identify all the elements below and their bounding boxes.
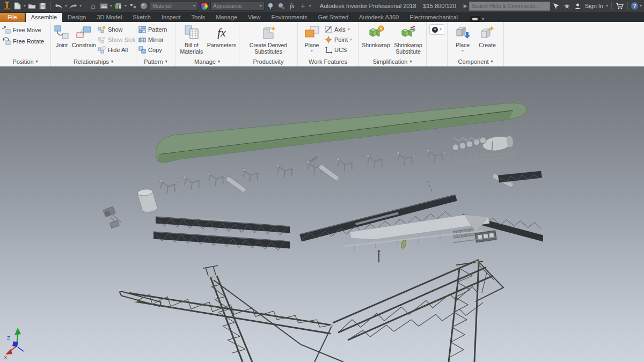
place-button[interactable]: Place ▾ <box>451 23 474 54</box>
constrain-button[interactable]: Constrain <box>71 23 97 49</box>
ucs-button[interactable]: UCS <box>325 45 352 54</box>
plane-caret[interactable]: ▾ <box>311 49 313 53</box>
tab-design[interactable]: Design <box>62 13 91 22</box>
material-sphere-icon[interactable] <box>139 2 148 10</box>
group-label-work-features[interactable]: Work Features <box>300 57 356 66</box>
place-caret[interactable]: ▾ <box>462 49 464 53</box>
redo-icon[interactable] <box>69 2 78 10</box>
view-face-caret[interactable]: ▾ <box>110 4 112 8</box>
tab-electromechanical[interactable]: Electromechanical <box>404 13 463 22</box>
parameters-icon: fx <box>217 24 226 41</box>
search-overflow-caret[interactable]: ▶ <box>464 4 467 9</box>
pattern-button[interactable]: Pattern <box>138 25 167 34</box>
tab-manage[interactable]: Manage <box>210 13 243 22</box>
group-label-relationships[interactable]: Relationships ▾ <box>53 57 134 66</box>
show-button[interactable]: Show <box>98 25 135 34</box>
point-caret[interactable]: ▾ <box>350 38 352 42</box>
color-wheel-icon[interactable] <box>200 2 209 10</box>
material-dropdown[interactable]: Material ▾ <box>150 2 198 11</box>
tab-view[interactable]: View <box>243 13 266 22</box>
tab-get-started[interactable]: Get Started <box>313 13 354 22</box>
bill-of-materials-button[interactable]: Bill of Materials <box>178 23 206 56</box>
inventor-logo[interactable] <box>2 2 11 10</box>
truss-beam-left-lower[interactable] <box>153 231 290 250</box>
blade-part[interactable] <box>156 103 526 162</box>
constrain-label: Constrain <box>72 42 96 48</box>
add-qat-icon[interactable]: + <box>298 2 308 10</box>
create-derived-substitutes-button[interactable]: Create Derived Substitutes <box>243 23 294 56</box>
plane-button[interactable]: Plane ▾ <box>300 23 324 54</box>
search-go-icon[interactable] <box>552 2 561 10</box>
hide-all-button[interactable]: Hide All <box>98 45 135 54</box>
clear-appearance-icon[interactable] <box>277 2 286 10</box>
axis-caret[interactable]: ▾ <box>348 27 350 32</box>
axis-button[interactable]: Axis ▾ <box>325 25 352 34</box>
tab-tools[interactable]: Tools <box>186 13 210 22</box>
update-caret[interactable]: ▾ <box>125 4 127 8</box>
ribbon-display-options[interactable]: ▾ <box>466 16 487 22</box>
tab-file[interactable]: File <box>0 13 25 22</box>
bracket-parts-row[interactable] <box>159 149 516 194</box>
connector-part[interactable] <box>400 240 407 249</box>
fitting-part[interactable] <box>103 206 121 228</box>
group-label-position[interactable]: Position ▾ <box>2 57 48 66</box>
tab-autodesk-a360[interactable]: Autodesk A360 <box>354 13 404 22</box>
point-button[interactable]: Point ▾ <box>325 35 352 44</box>
group-label-productivity[interactable]: Productivity <box>241 57 295 66</box>
cart-icon[interactable] <box>615 2 624 10</box>
favorites-star-icon[interactable]: ★ <box>562 2 572 10</box>
save-icon[interactable] <box>38 2 47 10</box>
appearance-dropdown[interactable]: Appearance ▾ <box>210 2 265 11</box>
free-move-button[interactable]: Free Move <box>2 25 41 34</box>
user-icon[interactable] <box>573 2 582 10</box>
cylinder-part[interactable] <box>137 188 158 213</box>
group-label-simplification[interactable]: Simplification ▾ <box>361 57 424 66</box>
tab-sketch[interactable]: Sketch <box>127 13 156 22</box>
hub-assembly-part[interactable] <box>442 135 517 163</box>
truss-beam-short[interactable] <box>498 171 542 183</box>
tab-environments[interactable]: Environments <box>266 13 313 22</box>
undo-icon[interactable] <box>54 2 63 10</box>
undo-caret[interactable]: ▾ <box>65 4 67 8</box>
select-icon[interactable] <box>128 2 137 10</box>
search-input[interactable] <box>469 2 550 11</box>
help-caret[interactable]: ▾ <box>640 4 642 8</box>
truss-beam-left-upper[interactable] <box>156 216 290 235</box>
tab-assemble[interactable]: Assemble <box>26 13 62 22</box>
group-label-pattern[interactable]: Pattern ▾ <box>138 57 173 66</box>
mirror-button[interactable]: Mirror <box>138 35 167 44</box>
axis-icon <box>325 26 332 33</box>
qat-separator <box>85 2 85 10</box>
qat-overflow-caret[interactable]: ▾ <box>309 4 311 8</box>
sign-in-caret[interactable]: ▾ <box>606 4 608 8</box>
home-icon[interactable]: ⌂ <box>89 2 98 10</box>
free-rotate-button[interactable]: Free Rotate <box>2 36 44 46</box>
group-label-component[interactable]: Component ▾ <box>450 57 501 66</box>
new-file-caret[interactable]: ▾ <box>24 4 26 8</box>
help-icon[interactable]: ? <box>631 2 638 10</box>
sign-in-label[interactable]: Sign In <box>585 3 603 9</box>
redo-caret[interactable]: ▾ <box>79 4 82 8</box>
viewport[interactable]: X Z <box>0 67 644 362</box>
create-button[interactable]: Create <box>475 23 500 49</box>
joint-button[interactable]: Joint <box>53 23 70 49</box>
create-derived-substitutes-label: Create Derived Substitutes <box>244 42 293 55</box>
new-file-icon[interactable] <box>13 2 22 10</box>
tab-3d-model[interactable]: 3D Model <box>91 13 127 22</box>
model-canvas[interactable]: X Z <box>0 67 644 362</box>
open-icon[interactable] <box>27 2 36 10</box>
tab-inspect[interactable]: Inspect <box>156 13 186 22</box>
update-icon[interactable] <box>114 2 123 10</box>
shrinkwrap-substitute-button[interactable]: Shrinkwrap Substitute <box>392 23 424 56</box>
jib-truss-part[interactable] <box>119 250 503 362</box>
view-options-button[interactable]: ▾ ▾ <box>429 24 444 35</box>
shrinkwrap-button[interactable]: Shrinkwrap <box>361 23 391 49</box>
parameters-button[interactable]: fx Parameters <box>207 23 237 49</box>
view-face-icon[interactable] <box>99 2 108 10</box>
show-icon <box>98 26 106 33</box>
group-label-manage[interactable]: Manage ▾ <box>178 57 237 66</box>
adjust-icon[interactable] <box>266 2 275 10</box>
fx-icon[interactable]: fx <box>288 2 297 10</box>
show-sick-button[interactable]: Show Sick <box>98 35 135 44</box>
copy-button[interactable]: Copy <box>138 45 167 54</box>
